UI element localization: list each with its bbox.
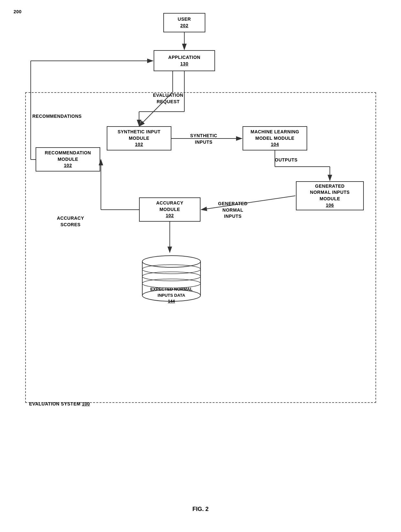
ml-module-ref: 104 [271,141,279,148]
diagram-ref-200: 200 [14,9,22,14]
generated-normal-inputs-module-ref: 106 [326,202,334,209]
accuracy-scores-label: ACCURACYSCORES [48,215,93,228]
synthetic-input-module-box: SYNTHETIC INPUTMODULE 102 [107,126,171,150]
accuracy-module-box: ACCURACYMODULE 102 [139,197,200,222]
ml-module-box: MACHINE LEARNINGMODEL MODULE 104 [243,126,307,150]
evaluation-system-label: EVALUATION SYSTEM 100 [29,401,90,406]
synthetic-input-module-label: SYNTHETIC INPUTMODULE [118,129,161,141]
generated-normal-inputs-label: GENERATEDNORMALINPUTS [210,201,255,220]
accuracy-module-label: ACCURACYMODULE [156,200,183,213]
expected-normal-inputs-label: EXPECTED NORMALINPUTS DATA144 [139,286,204,304]
accuracy-module-ref: 102 [166,213,174,219]
outputs-label: OUTPUTS [273,157,299,163]
expected-normal-inputs-cylinder: EXPECTED NORMALINPUTS DATA144 [139,252,204,304]
application-ref: 130 [180,61,189,67]
synthetic-inputs-label: SYNTHETIC INPUTS [181,133,226,145]
fig-caption: FIG. 2 [0,506,401,513]
recommendation-module-label: RECOMMENDATIONMODULE [45,150,91,162]
user-label: USER [178,16,191,23]
ml-module-label: MACHINE LEARNINGMODEL MODULE [251,129,299,141]
recommendation-module-box: RECOMMENDATIONMODULE 102 [36,147,100,172]
recommendations-label: RECOMMENDATIONS [32,113,81,120]
user-box: USER 202 [163,13,205,32]
application-label: APPLICATION [168,54,200,61]
generated-normal-inputs-module-box: GENERATEDNORMAL INPUTSMODULE 106 [296,181,364,210]
diagram: 200 USER 202 APPLICATION 130 EVALUATION … [0,0,401,532]
recommendation-module-ref: 102 [64,162,72,169]
synthetic-input-module-ref: 102 [135,141,143,148]
application-box: APPLICATION 130 [154,50,215,71]
user-ref: 202 [180,23,189,29]
evaluation-request-label: EVALUATIONREQUEST [142,92,194,105]
generated-normal-inputs-module-label: GENERATEDNORMAL INPUTSMODULE [310,183,350,202]
svg-point-1 [142,256,200,267]
